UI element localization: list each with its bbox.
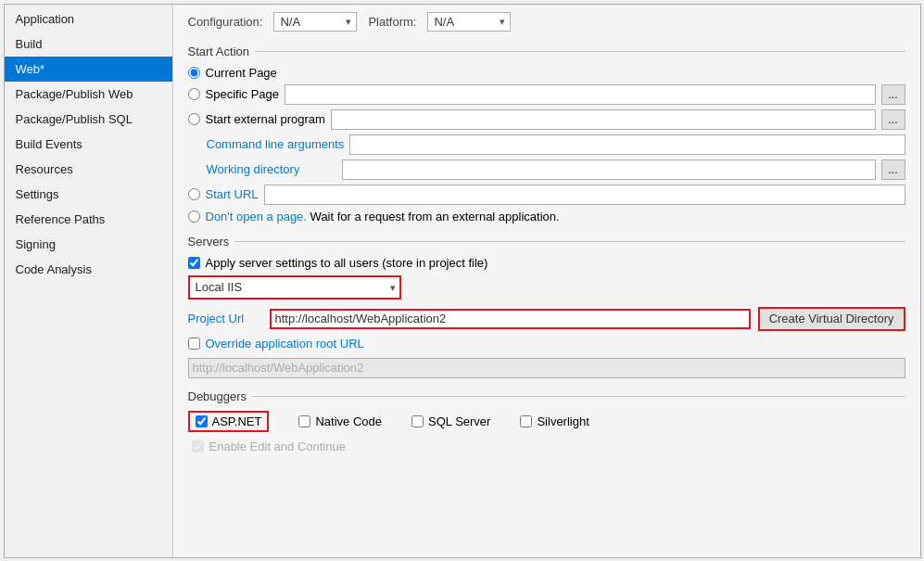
server-select-wrap: Local IIS IIS Express Custom Web Server bbox=[188, 275, 401, 300]
silverlight-debugger-item: Silverlight bbox=[520, 414, 589, 428]
sidebar-item-application[interactable]: Application bbox=[5, 6, 172, 32]
command-line-row: Command line arguments bbox=[207, 134, 905, 155]
native-code-label: Native Code bbox=[315, 414, 382, 428]
configuration-label: Configuration: bbox=[188, 15, 263, 29]
platform-select-wrap: N/A bbox=[427, 12, 511, 32]
silverlight-checkbox[interactable] bbox=[520, 415, 532, 427]
sidebar-item-code-analysis[interactable]: Code Analysis bbox=[5, 257, 172, 282]
top-bar: Configuration: N/A Platform: N/A bbox=[188, 12, 905, 32]
specific-page-radio[interactable] bbox=[188, 88, 200, 100]
start-external-radio[interactable] bbox=[188, 113, 200, 125]
start-external-browse-button[interactable]: ... bbox=[881, 109, 905, 130]
sidebar-item-package-publish-web[interactable]: Package/Publish Web bbox=[5, 82, 172, 107]
project-url-label: Project Url bbox=[188, 312, 262, 325]
override-url-label: Override application root URL bbox=[206, 337, 364, 351]
specific-page-browse-button[interactable]: ... bbox=[881, 84, 905, 105]
specific-page-label: Specific Page bbox=[206, 87, 280, 101]
current-page-radio[interactable] bbox=[188, 67, 200, 79]
sql-label: SQL Server bbox=[428, 414, 490, 428]
sidebar-item-build-events[interactable]: Build Events bbox=[5, 132, 172, 157]
start-url-radio[interactable] bbox=[188, 188, 200, 200]
aspnet-checkbox[interactable] bbox=[196, 415, 208, 427]
dont-open-radio[interactable] bbox=[188, 210, 200, 223]
silverlight-label: Silverlight bbox=[537, 414, 589, 428]
override-url-row: Override application root URL bbox=[188, 337, 905, 351]
apply-server-settings-checkbox[interactable] bbox=[188, 257, 200, 269]
sql-checkbox[interactable] bbox=[411, 415, 424, 427]
sidebar-item-settings[interactable]: Settings bbox=[5, 182, 172, 207]
start-action-title: Start Action bbox=[188, 45, 905, 58]
sql-debugger-item: SQL Server bbox=[411, 414, 490, 428]
current-page-row: Current Page bbox=[188, 66, 905, 80]
configuration-select-wrap: N/A bbox=[273, 12, 357, 32]
specific-page-input[interactable] bbox=[285, 84, 876, 105]
sidebar: Application Build Web* Package/Publish W… bbox=[5, 5, 173, 557]
project-url-row: Project Url Create Virtual Directory bbox=[188, 307, 905, 331]
override-url-checkbox[interactable] bbox=[188, 338, 200, 350]
debuggers-title: Debuggers bbox=[188, 389, 905, 403]
current-page-label: Current Page bbox=[206, 66, 277, 80]
platform-select[interactable]: N/A bbox=[427, 12, 511, 32]
apply-server-settings-label: Apply server settings to all users (stor… bbox=[206, 256, 488, 270]
debuggers-section: Debuggers ASP.NET Native Code SQL Server bbox=[188, 389, 905, 453]
start-url-label: Start URL bbox=[206, 187, 259, 201]
start-url-input[interactable] bbox=[264, 185, 905, 205]
working-dir-input[interactable] bbox=[342, 159, 876, 180]
dont-open-row: Don't open a page. Wait for a request fr… bbox=[188, 210, 905, 223]
aspnet-label: ASP.NET bbox=[212, 414, 262, 428]
override-url-input bbox=[188, 358, 905, 378]
servers-title: Servers bbox=[188, 235, 905, 249]
enable-edit-row: Enable Edit and Continue bbox=[192, 440, 905, 453]
working-dir-label: Working directory bbox=[207, 162, 336, 176]
project-url-input[interactable] bbox=[270, 309, 751, 329]
command-line-input[interactable] bbox=[349, 134, 905, 155]
start-external-input[interactable] bbox=[331, 109, 876, 130]
enable-edit-checkbox bbox=[192, 440, 204, 453]
sidebar-item-reference-paths[interactable]: Reference Paths bbox=[5, 207, 172, 232]
sidebar-item-resources[interactable]: Resources bbox=[5, 157, 172, 182]
start-action-section: Start Action Current Page Specific Page … bbox=[188, 45, 905, 223]
debuggers-row: ASP.NET Native Code SQL Server Silverlig… bbox=[188, 411, 905, 432]
aspnet-debugger-item: ASP.NET bbox=[188, 411, 270, 432]
apply-server-settings-row: Apply server settings to all users (stor… bbox=[188, 256, 905, 270]
main-content: Configuration: N/A Platform: N/A Start A… bbox=[173, 5, 920, 557]
enable-edit-label: Enable Edit and Continue bbox=[209, 440, 346, 453]
server-select[interactable]: Local IIS IIS Express Custom Web Server bbox=[188, 275, 401, 300]
sidebar-item-build[interactable]: Build bbox=[5, 32, 172, 57]
working-dir-browse-button[interactable]: ... bbox=[881, 159, 905, 180]
sidebar-item-web[interactable]: Web* bbox=[5, 57, 172, 82]
dont-open-label: Don't open a page. Wait for a request fr… bbox=[206, 210, 560, 223]
servers-section: Servers Apply server settings to all use… bbox=[188, 235, 905, 378]
sidebar-item-package-publish-sql[interactable]: Package/Publish SQL bbox=[5, 107, 172, 132]
native-code-debugger-item: Native Code bbox=[298, 414, 382, 428]
configuration-select[interactable]: N/A bbox=[273, 12, 357, 32]
sidebar-item-signing[interactable]: Signing bbox=[5, 232, 172, 257]
platform-label: Platform: bbox=[368, 15, 416, 29]
create-virtual-directory-button[interactable]: Create Virtual Directory bbox=[758, 307, 905, 331]
server-dropdown-row: Local IIS IIS Express Custom Web Server bbox=[188, 275, 905, 300]
command-line-label: Command line arguments bbox=[207, 137, 345, 151]
start-external-label: Start external program bbox=[206, 112, 325, 126]
native-code-checkbox[interactable] bbox=[298, 415, 310, 427]
